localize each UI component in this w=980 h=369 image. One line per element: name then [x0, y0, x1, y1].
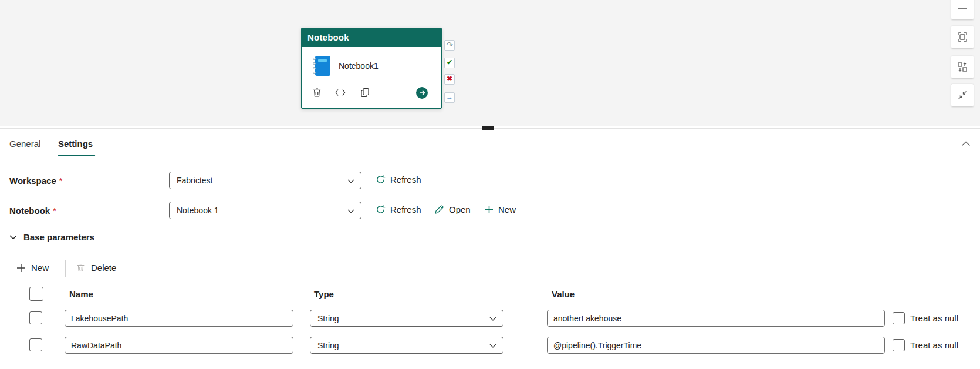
new-label: New — [498, 204, 516, 214]
on-success-port-icon[interactable]: ✔ — [444, 58, 455, 68]
parameter-type-value: String — [317, 341, 339, 350]
toolbar-separator — [65, 260, 66, 277]
notebook-dropdown-value: Notebook 1 — [177, 206, 219, 215]
treat-as-null-checkbox[interactable] — [893, 312, 905, 324]
zoom-out-button[interactable] — [951, 0, 974, 19]
collapse-button[interactable] — [951, 84, 974, 106]
chevron-down-icon — [9, 235, 17, 240]
minus-icon — [958, 7, 967, 9]
parameter-type-dropdown[interactable]: String — [310, 310, 503, 327]
chevron-up-icon — [961, 141, 971, 146]
column-header-value: Value — [552, 289, 575, 299]
notebook-icon-ring — [313, 67, 316, 69]
column-header-type: Type — [314, 289, 334, 299]
trash-icon[interactable] — [310, 86, 323, 99]
parameter-name-input[interactable] — [65, 310, 293, 327]
notebook-label-text: Notebook — [9, 206, 50, 216]
panel-resize-handle[interactable] — [482, 126, 494, 130]
table-border — [0, 333, 980, 333]
notebook-new-button[interactable]: New — [485, 204, 516, 214]
notebook-refresh-button[interactable]: Refresh — [376, 204, 421, 214]
plus-icon — [16, 263, 26, 273]
tab-settings[interactable]: Settings — [58, 139, 93, 149]
notebook-icon-ring — [313, 62, 316, 65]
treat-as-null-label: Treat as null — [910, 313, 958, 323]
copy-icon[interactable] — [359, 86, 371, 99]
code-icon[interactable] — [334, 86, 347, 99]
notebook-icon — [312, 56, 330, 76]
active-tab-indicator — [58, 155, 95, 156]
column-header-name: Name — [69, 289, 93, 299]
auto-align-icon — [957, 62, 968, 72]
row-checkbox[interactable] — [29, 338, 42, 351]
workspace-label-text: Workspace — [9, 176, 56, 186]
row-checkbox[interactable] — [29, 311, 42, 324]
base-parameters-title: Base parameters — [23, 232, 94, 242]
notebook-open-button[interactable]: Open — [434, 204, 471, 214]
on-fail-port-icon[interactable]: ✖ — [444, 74, 455, 85]
activity-name: Notebook1 — [339, 61, 379, 71]
parameter-new-label: New — [31, 263, 49, 273]
chevron-down-icon — [347, 209, 354, 213]
trash-icon — [76, 263, 85, 273]
tab-strip-border — [0, 156, 980, 156]
collapse-panel-button[interactable] — [961, 141, 971, 146]
activity-type-header: Notebook — [302, 28, 441, 47]
notebook-icon-stripe — [318, 59, 327, 62]
table-border — [0, 284, 980, 284]
refresh-icon — [376, 175, 386, 184]
refresh-label: Refresh — [390, 175, 421, 184]
tab-general[interactable]: General — [9, 139, 40, 149]
refresh-label: Refresh — [390, 204, 421, 214]
skip-port-icon[interactable]: ↷ — [444, 40, 455, 51]
parameter-delete-button[interactable]: Delete — [76, 263, 116, 273]
required-asterisk: * — [53, 206, 56, 216]
fit-to-screen-button[interactable] — [951, 26, 974, 48]
treat-as-null-label: Treat as null — [910, 340, 958, 350]
notebook-label: Notebook* — [9, 206, 56, 216]
run-arrow-icon[interactable] — [416, 87, 428, 99]
plus-icon — [485, 205, 494, 214]
chevron-down-icon — [347, 179, 354, 183]
fit-to-screen-icon — [957, 32, 968, 42]
parameter-type-dropdown[interactable]: String — [310, 337, 503, 354]
on-completion-port-icon[interactable]: → — [444, 92, 455, 103]
pencil-icon — [434, 204, 444, 214]
notebook-icon-ring — [313, 58, 316, 60]
workspace-refresh-button[interactable]: Refresh — [376, 175, 421, 184]
chevron-down-icon — [489, 344, 496, 348]
workspace-dropdown[interactable]: Fabrictest — [169, 172, 361, 189]
chevron-down-icon — [489, 317, 496, 321]
parameter-delete-label: Delete — [91, 263, 116, 273]
select-all-checkbox[interactable] — [29, 287, 43, 301]
treat-as-null-checkbox[interactable] — [893, 339, 905, 351]
parameter-name-input[interactable] — [65, 337, 293, 354]
workspace-label: Workspace* — [9, 176, 62, 186]
table-border — [0, 360, 980, 360]
collapse-icon — [958, 90, 967, 100]
parameter-new-button[interactable]: New — [16, 263, 49, 273]
refresh-icon — [376, 204, 386, 214]
base-parameters-toggle[interactable]: Base parameters — [9, 232, 94, 242]
auto-align-button[interactable] — [951, 56, 974, 78]
open-label: Open — [449, 204, 471, 214]
table-border — [0, 304, 980, 304]
parameter-type-value: String — [317, 314, 339, 323]
required-asterisk: * — [59, 176, 62, 186]
pipeline-canvas[interactable]: Notebook Notebook1 ↷ ✔ ✖ → — [0, 0, 980, 126]
parameter-value-input[interactable] — [547, 337, 885, 354]
notebook-icon-ring — [313, 72, 316, 74]
notebook-dropdown[interactable]: Notebook 1 — [169, 202, 361, 219]
workspace-dropdown-value: Fabrictest — [177, 176, 212, 185]
parameter-value-input[interactable] — [547, 310, 885, 327]
